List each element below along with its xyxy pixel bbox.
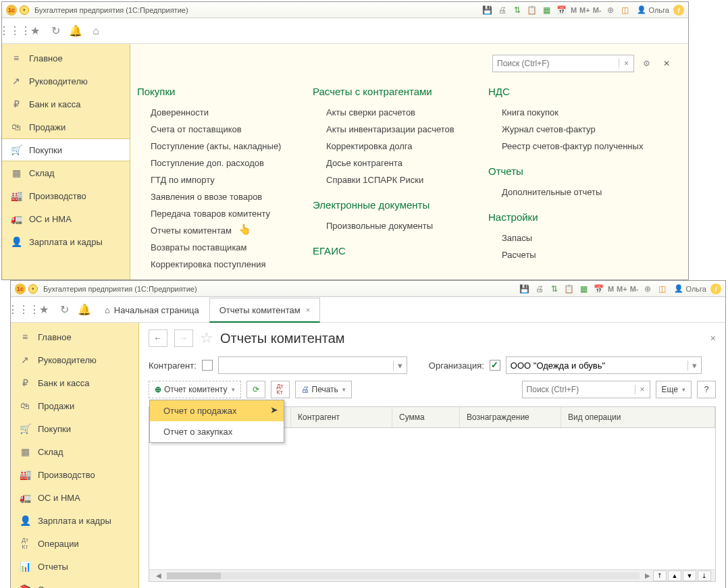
link-postuplenie[interactable]: Поступление (акты, накладные) — [137, 138, 292, 155]
link-vozvraty[interactable]: Возвраты поставщикам — [137, 239, 292, 256]
link-akty-sverki[interactable]: Акты сверки расчетов — [313, 104, 468, 121]
link-zayavleniya[interactable]: Заявления о ввозе товаров — [137, 188, 292, 205]
compare-icon[interactable]: ⇅ — [548, 283, 561, 295]
col-contractor[interactable]: Контрагент — [291, 407, 392, 427]
create-report-button[interactable]: ⊕ Отчет комитенту ▾ Отчет о продажах ➤ О… — [149, 381, 241, 398]
link-raschety[interactable]: Расчеты — [488, 246, 644, 263]
sidebar-item-purchases[interactable]: 🛒Покупки — [11, 417, 138, 440]
link-zhurnal-sf[interactable]: Журнал счетов-фактур — [488, 121, 644, 138]
sidebar-item-bank[interactable]: ₽Банк и касса — [11, 371, 138, 394]
app-menu-dropdown[interactable]: ▾ — [28, 284, 38, 294]
save-icon[interactable]: 💾 — [482, 4, 494, 16]
nav-down-icon[interactable]: ▼ — [683, 570, 696, 581]
star-icon[interactable]: ★ — [25, 21, 45, 41]
list-search-input[interactable] — [523, 385, 635, 394]
zoom-icon[interactable]: ⊕ — [642, 283, 654, 295]
print-icon[interactable]: 🖨 — [496, 4, 509, 16]
scroll-track[interactable] — [167, 572, 640, 579]
link-peredacha[interactable]: Передача товаров комитенту — [137, 205, 292, 222]
link-dop-otchety[interactable]: Дополнительные отчеты — [488, 184, 644, 201]
link-postuplenie-dop[interactable]: Поступление доп. расходов — [137, 155, 292, 171]
calc-icon[interactable]: ▦ — [541, 4, 553, 16]
close-panel-icon[interactable]: ✕ — [658, 55, 675, 72]
sidebar-item-warehouse[interactable]: ▦Склад — [2, 161, 130, 184]
link-scheta[interactable]: Счета от поставщиков — [137, 121, 292, 138]
home-icon[interactable]: ⌂ — [86, 21, 106, 41]
search-input[interactable] — [493, 59, 619, 68]
link-gtd[interactable]: ГТД по импорту — [137, 171, 292, 188]
section-purchases[interactable]: Покупки — [137, 86, 292, 97]
history-icon[interactable]: ↻ — [45, 21, 66, 41]
m-plus-button[interactable]: M+ — [617, 285, 627, 293]
print-button[interactable]: 🖨Печать▾ — [295, 381, 352, 398]
sidebar-item-hr[interactable]: 👤Зарплата и кадры — [11, 509, 138, 532]
tab-close-icon[interactable]: × — [306, 306, 310, 314]
dtct-button[interactable]: ДтКт — [271, 381, 290, 398]
clipboard-icon[interactable]: 📋 — [526, 4, 538, 16]
m-button[interactable]: M — [608, 285, 614, 293]
gear-icon[interactable]: ⚙ — [638, 55, 654, 72]
user-block[interactable]: 👤 Ольга — [637, 5, 669, 14]
zoom-icon[interactable]: ⊕ — [604, 4, 617, 16]
link-akty-inv[interactable]: Акты инвентаризации расчетов — [313, 121, 468, 138]
link-reestr-sf[interactable]: Реестр счетов-фактур полученных — [488, 138, 644, 155]
link-korrektirovka[interactable]: Корректировка поступления — [137, 256, 292, 273]
nav-last-icon[interactable]: ⤓ — [698, 570, 711, 581]
section-edocs[interactable]: Электронные документы — [313, 199, 468, 211]
col-optype[interactable]: Вид операции — [561, 407, 715, 427]
more-button[interactable]: Еще▾ — [656, 381, 692, 398]
m-button[interactable]: M — [571, 6, 577, 14]
col-sum[interactable]: Сумма — [392, 407, 460, 427]
info-icon[interactable]: i — [710, 284, 721, 294]
app-menu-dropdown[interactable]: ▾ — [20, 5, 29, 15]
sidebar-item-production[interactable]: 🏭Производство — [2, 184, 130, 207]
tab-home[interactable]: ⌂Начальная страница — [95, 297, 209, 322]
sidebar-item-assets[interactable]: 🚛ОС и НМА — [11, 486, 138, 509]
link-dosie[interactable]: Досье контрагента — [313, 155, 468, 171]
refresh-button[interactable]: ⟳ — [246, 381, 265, 398]
nav-forward-button[interactable]: → — [174, 329, 193, 347]
table-scrollbar[interactable]: ◀ ▶ ⤒ ▲ ▼ ⤓ — [149, 569, 715, 581]
page-close-icon[interactable]: × — [710, 333, 716, 344]
calc-icon[interactable]: ▦ — [578, 283, 590, 295]
section-egais[interactable]: ЕГАИС — [313, 245, 468, 257]
m-plus-button[interactable]: M+ — [579, 6, 590, 14]
sidebar-item-operations[interactable]: ДтКтОперации — [11, 532, 138, 555]
link-otchety-komitentam[interactable]: Отчеты комитентам👆 — [137, 222, 292, 239]
sidebar-item-sales[interactable]: 🛍Продажи — [11, 394, 138, 417]
section-reports[interactable]: Отчеты — [488, 165, 644, 177]
table-body[interactable] — [149, 428, 715, 569]
m-minus-button[interactable]: M- — [593, 6, 602, 14]
sidebar-item-sales[interactable]: 🛍Продажи — [2, 115, 130, 138]
sidebar-item-warehouse[interactable]: ▦Склад — [11, 440, 138, 463]
bell-icon[interactable]: 🔔 — [66, 21, 86, 41]
apps-grid-icon[interactable]: ⋮⋮⋮ — [14, 300, 34, 320]
help-button[interactable]: ? — [697, 381, 716, 398]
panels-icon[interactable]: ◫ — [619, 4, 631, 16]
section-settlements[interactable]: Расчеты с контрагентами — [313, 86, 468, 97]
scroll-right-icon[interactable]: ▶ — [642, 572, 653, 579]
sidebar-item-production[interactable]: 🏭Производство — [11, 463, 138, 486]
menu-item-purchase-report[interactable]: Отчет о закупках — [150, 421, 284, 442]
favorite-star-icon[interactable]: ☆ — [200, 329, 213, 347]
user-block[interactable]: 👤 Ольга — [674, 284, 706, 293]
sidebar-item-assets[interactable]: 🚛ОС и НМА — [2, 207, 130, 230]
chevron-down-icon[interactable]: ▾ — [687, 360, 701, 371]
checkbox-contractor[interactable] — [202, 360, 213, 371]
link-korr-dolga[interactable]: Корректировка долга — [313, 138, 468, 155]
calendar-icon[interactable]: 📅 — [556, 4, 568, 16]
section-vat[interactable]: НДС — [488, 86, 644, 97]
sidebar-item-reports[interactable]: 📊Отчеты — [11, 555, 138, 578]
clipboard-icon[interactable]: 📋 — [563, 283, 575, 295]
combo-org[interactable]: ООО "Одежда и обувь"▾ — [506, 356, 702, 374]
section-settings[interactable]: Настройки — [488, 211, 644, 223]
sidebar-item-purchases[interactable]: 🛒Покупки — [2, 138, 130, 161]
link-kniga-pokupok[interactable]: Книга покупок — [488, 104, 644, 121]
sidebar-item-manager[interactable]: ↗Руководителю — [11, 348, 138, 371]
calendar-icon[interactable]: 📅 — [593, 283, 605, 295]
sidebar-item-main[interactable]: ≡Главное — [11, 325, 138, 348]
link-proizvolnye[interactable]: Произвольные документы — [313, 217, 468, 234]
col-reward[interactable]: Вознаграждение — [460, 407, 561, 427]
link-spark[interactable]: Справки 1СПАРК Риски — [313, 171, 468, 188]
star-icon[interactable]: ★ — [34, 300, 54, 320]
